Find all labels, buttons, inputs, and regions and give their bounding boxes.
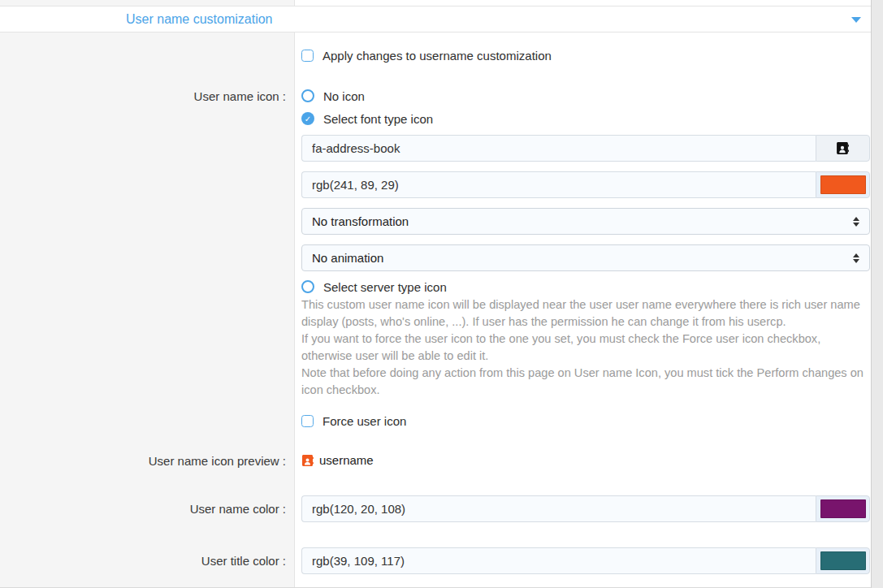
apply-changes-checkbox[interactable] <box>301 50 314 62</box>
force-user-icon-checkbox-row[interactable]: Force user icon <box>301 413 406 428</box>
transformation-select-value: No transformation <box>312 214 853 228</box>
apply-changes-checkbox-label: Apply changes to username customization <box>322 49 552 63</box>
username-color-input[interactable] <box>301 495 816 522</box>
icon-color-input-group <box>301 171 870 198</box>
no-icon-radio-row[interactable]: No icon <box>301 89 365 103</box>
user-title-color-swatch-holder[interactable] <box>816 547 870 574</box>
section-title: User name customization <box>126 12 273 27</box>
apply-changes-checkbox-row[interactable]: Apply changes to username customization <box>301 48 552 63</box>
username-customization-panel: User name customization User name icon :… <box>0 0 872 588</box>
server-type-icon-radio-label: Select server type icon <box>323 280 447 294</box>
font-icon-input-group <box>301 135 870 162</box>
icon-color-input[interactable] <box>301 171 816 198</box>
transformation-select[interactable]: No transformation <box>301 208 870 235</box>
previous-section-right <box>295 0 871 6</box>
select-stepper-icon <box>853 217 859 227</box>
previous-section-strip <box>0 0 871 6</box>
animation-select-value: No animation <box>312 251 853 265</box>
section-body: User name icon : User name icon preview … <box>0 32 871 587</box>
username-icon-label: User name icon : <box>0 89 286 103</box>
font-type-icon-radio[interactable]: ✓ <box>301 112 314 125</box>
server-type-icon-radio[interactable] <box>301 280 314 293</box>
icon-color-swatch-holder[interactable] <box>816 171 870 198</box>
username-preview: username <box>301 453 374 467</box>
help-text: This custom user name icon will be displ… <box>301 296 871 399</box>
user-title-color-input[interactable] <box>301 547 816 574</box>
section-header[interactable]: User name customization <box>0 6 871 32</box>
username-color-swatch[interactable] <box>820 499 866 518</box>
force-user-icon-checkbox[interactable] <box>301 415 314 427</box>
no-icon-radio[interactable] <box>301 89 314 102</box>
no-icon-radio-label: No icon <box>323 89 365 103</box>
chevron-down-icon[interactable] <box>851 17 861 23</box>
help-line: Note that before doing any action from t… <box>301 365 871 399</box>
icon-picker-button[interactable] <box>816 135 870 162</box>
icon-color-swatch[interactable] <box>820 175 866 194</box>
user-title-color-swatch[interactable] <box>820 551 866 570</box>
select-stepper-icon <box>853 253 859 263</box>
user-title-color-input-group <box>301 547 870 574</box>
address-book-icon <box>301 454 314 467</box>
check-icon: ✓ <box>305 115 311 123</box>
animation-select[interactable]: No animation <box>301 244 870 271</box>
help-line: If you want to force the user icon to th… <box>301 331 871 365</box>
username-preview-text: username <box>319 453 374 467</box>
font-type-icon-radio-row[interactable]: ✓ Select font type icon <box>301 111 433 126</box>
previous-section-left <box>0 0 295 6</box>
font-type-icon-radio-label: Select font type icon <box>323 112 433 126</box>
username-icon-preview-label: User name icon preview : <box>0 454 286 468</box>
font-icon-input[interactable] <box>301 135 816 162</box>
username-color-label: User name color : <box>0 502 286 516</box>
username-color-input-group <box>301 495 870 522</box>
username-color-swatch-holder[interactable] <box>816 495 870 522</box>
help-line: This custom user name icon will be displ… <box>301 296 871 331</box>
address-book-icon <box>836 141 850 155</box>
server-type-icon-radio-row[interactable]: Select server type icon <box>301 279 447 294</box>
force-user-icon-checkbox-label: Force user icon <box>322 414 406 428</box>
user-title-color-label: User title color : <box>0 554 286 568</box>
